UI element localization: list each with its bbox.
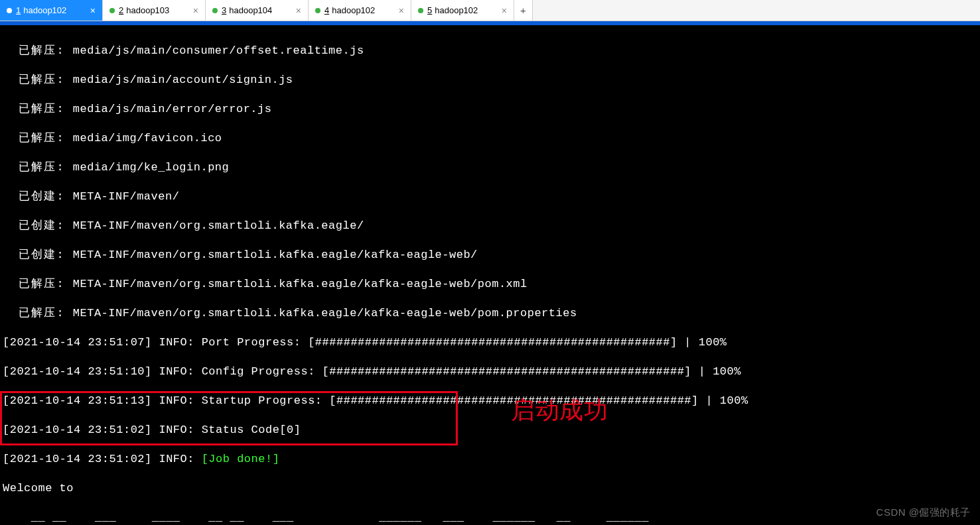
progress-line: [2021-10-14 23:51:07] INFO: Port Progres… — [3, 335, 977, 350]
tab-label: hadoop103 — [126, 5, 169, 15]
extract-line: 已解压: media/img/favicon.ico — [3, 131, 977, 146]
tab-label: hadoop102 — [435, 5, 478, 15]
extract-line: 已创建: META-INF/maven/ — [3, 190, 977, 204]
status-dot-icon — [315, 8, 320, 13]
ascii-art-banner: __ __ ___ ____ __ __ ___ ______ ___ ____… — [3, 510, 977, 525]
tab-number: 1 — [16, 5, 21, 15]
close-icon[interactable]: × — [188, 5, 198, 16]
tab-number: 3 — [222, 5, 226, 15]
extract-line: 已创建: META-INF/maven/org.smartloli.kafka.… — [3, 219, 977, 233]
tab-1[interactable]: 1 hadoop102 × — [0, 0, 103, 21]
close-icon[interactable]: × — [85, 5, 96, 16]
tab-label: hadoop102 — [23, 5, 66, 15]
welcome-line: Welcome to — [3, 481, 977, 496]
tab-4[interactable]: 4 hadoop102 × — [309, 0, 411, 21]
extract-line: 已解压: media/js/main/error/error.js — [3, 102, 977, 117]
add-tab-button[interactable]: + — [514, 0, 533, 21]
success-annotation-text: 启动成功 — [511, 403, 608, 418]
extract-line: 已解压: media/js/main/consumer/offset.realt… — [3, 44, 977, 58]
status-dot-icon — [418, 8, 423, 13]
tab-label: hadoop102 — [332, 5, 375, 15]
tab-3[interactable]: 3 hadoop104 × — [206, 0, 309, 21]
close-icon[interactable]: × — [393, 5, 404, 16]
progress-line: [2021-10-14 23:51:10] INFO: Config Progr… — [3, 365, 977, 379]
progress-line: [2021-10-14 23:51:02] INFO: Status Code[… — [3, 423, 977, 438]
status-dot-icon — [212, 8, 218, 13]
extract-line: 已解压: META-INF/maven/org.smartloli.kafka.… — [3, 306, 977, 321]
tab-label: hadoop104 — [229, 5, 272, 15]
status-dot-icon — [109, 8, 115, 13]
status-dot-icon — [7, 8, 12, 13]
extract-line: 已解压: media/img/ke_login.png — [3, 160, 977, 175]
job-done-line: [2021-10-14 23:51:02] INFO: [Job done!] — [3, 452, 977, 467]
tab-number: 2 — [119, 5, 123, 15]
tab-5[interactable]: 5 hadoop102 × — [411, 0, 514, 21]
tab-bar: 1 hadoop102 × 2 hadoop103 × 3 hadoop104 … — [0, 0, 980, 21]
extract-line: 已解压: media/js/main/account/signin.js — [3, 73, 977, 88]
tab-2[interactable]: 2 hadoop103 × — [103, 0, 206, 21]
progress-line: [2021-10-14 23:51:13] INFO: Startup Prog… — [3, 394, 977, 408]
tab-number: 4 — [324, 5, 329, 15]
close-icon[interactable]: × — [291, 5, 301, 16]
watermark-text: CSDN @倔强的耗子 — [876, 505, 971, 520]
close-icon[interactable]: × — [496, 5, 507, 16]
tab-number: 5 — [427, 5, 432, 15]
extract-line: 已解压: META-INF/maven/org.smartloli.kafka.… — [3, 277, 977, 292]
terminal-output[interactable]: 已解压: media/js/main/consumer/offset.realt… — [0, 25, 980, 525]
extract-line: 已创建: META-INF/maven/org.smartloli.kafka.… — [3, 248, 977, 262]
